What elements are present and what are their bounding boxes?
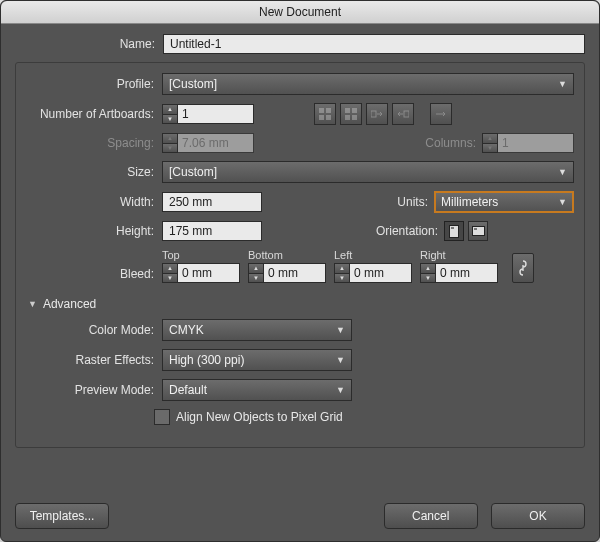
stepper-up-icon[interactable]: ▲ [420,263,436,274]
artboards-stepper[interactable]: ▲ ▼ [162,104,254,124]
new-document-dialog: New Document Name: Profile: [Custom] ▼ N… [0,0,600,542]
svg-rect-1 [326,108,331,113]
profile-label: Profile: [26,77,162,91]
advanced-toggle[interactable]: ▼ Advanced [28,297,574,311]
bleed-left-input[interactable] [350,263,412,283]
svg-rect-11 [451,227,454,229]
chevron-down-icon: ▼ [336,325,345,335]
stepper-down-icon[interactable]: ▼ [162,274,178,284]
bleed-left-label: Left [334,249,412,261]
preview-mode-select[interactable]: Default ▼ [162,379,352,401]
svg-rect-7 [352,115,357,120]
svg-rect-8 [371,111,376,117]
templates-button[interactable]: Templates... [15,503,109,529]
direction-toggle-icon[interactable] [430,103,452,125]
artboards-input[interactable] [178,104,254,124]
stepper-up-icon[interactable]: ▲ [162,104,178,115]
bleed-top-input[interactable] [178,263,240,283]
name-label: Name: [15,37,163,51]
link-bleed-icon[interactable] [512,253,534,283]
name-input[interactable] [163,34,585,54]
chevron-down-icon: ▼ [558,79,567,89]
svg-rect-3 [326,115,331,120]
bleed-bottom-label: Bottom [248,249,326,261]
chevron-down-icon: ▼ [336,355,345,365]
bleed-right-stepper[interactable]: ▲▼ [420,263,498,283]
chevron-down-icon: ▼ [558,197,567,207]
width-input[interactable] [162,192,262,212]
color-mode-select[interactable]: CMYK ▼ [162,319,352,341]
bleed-bottom-input[interactable] [264,263,326,283]
stepper-down-icon: ▼ [482,144,498,154]
units-label: Units: [397,195,434,209]
bleed-top-stepper[interactable]: ▲▼ [162,263,240,283]
bleed-label: Bleed: [26,267,162,283]
profile-select[interactable]: [Custom] ▼ [162,73,574,95]
svg-rect-5 [345,115,350,120]
dialog-footer: Templates... Cancel OK [1,493,599,541]
stepper-down-icon: ▼ [162,144,178,154]
columns-input [498,133,574,153]
svg-rect-2 [319,115,324,120]
units-value: Millimeters [441,195,498,209]
orientation-label: Orientation: [376,224,444,238]
dialog-title: New Document [1,1,599,24]
arrangement-icons [314,103,452,125]
stepper-down-icon[interactable]: ▼ [248,274,264,284]
size-label: Size: [26,165,162,179]
bleed-left-stepper[interactable]: ▲▼ [334,263,412,283]
advanced-label: Advanced [43,297,96,311]
grid-by-row-icon[interactable] [314,103,336,125]
spacing-input [178,133,254,153]
bleed-top-label: Top [162,249,240,261]
svg-rect-13 [474,228,477,230]
orientation-portrait-icon[interactable] [444,221,464,241]
columns-label: Columns: [425,136,482,150]
stepper-up-icon: ▲ [162,133,178,144]
settings-frame: Profile: [Custom] ▼ Number of Artboards:… [15,62,585,448]
chevron-down-icon: ▼ [558,167,567,177]
raster-effects-label: Raster Effects: [26,353,162,367]
raster-effects-value: High (300 ppi) [169,353,244,367]
raster-effects-select[interactable]: High (300 ppi) ▼ [162,349,352,371]
cancel-button[interactable]: Cancel [384,503,478,529]
height-label: Height: [26,224,162,238]
height-input[interactable] [162,221,262,241]
svg-rect-9 [404,111,409,117]
size-select[interactable]: [Custom] ▼ [162,161,574,183]
artboards-label: Number of Artboards: [26,107,162,121]
align-pixel-grid-label: Align New Objects to Pixel Grid [176,410,343,424]
row-rtl-icon[interactable] [392,103,414,125]
svg-rect-12 [472,227,484,236]
grid-by-column-icon[interactable] [340,103,362,125]
color-mode-label: Color Mode: [26,323,162,337]
width-label: Width: [26,195,162,209]
svg-rect-0 [319,108,324,113]
stepper-up-icon[interactable]: ▲ [334,263,350,274]
preview-mode-value: Default [169,383,207,397]
disclosure-down-icon: ▼ [28,299,37,309]
color-mode-value: CMYK [169,323,204,337]
row-ltr-icon[interactable] [366,103,388,125]
units-select[interactable]: Millimeters ▼ [434,191,574,213]
bleed-bottom-stepper[interactable]: ▲▼ [248,263,326,283]
chevron-down-icon: ▼ [336,385,345,395]
spacing-label: Spacing: [26,136,162,150]
ok-button[interactable]: OK [491,503,585,529]
orientation-landscape-icon[interactable] [468,221,488,241]
stepper-up-icon: ▲ [482,133,498,144]
stepper-down-icon[interactable]: ▼ [334,274,350,284]
stepper-down-icon[interactable]: ▼ [420,274,436,284]
align-pixel-grid-checkbox[interactable] [154,409,170,425]
size-value: [Custom] [169,165,217,179]
bleed-right-input[interactable] [436,263,498,283]
svg-rect-6 [352,108,357,113]
stepper-up-icon[interactable]: ▲ [248,263,264,274]
stepper-down-icon[interactable]: ▼ [162,115,178,125]
svg-rect-4 [345,108,350,113]
preview-mode-label: Preview Mode: [26,383,162,397]
profile-value: [Custom] [169,77,217,91]
spacing-stepper: ▲ ▼ [162,133,254,153]
stepper-up-icon[interactable]: ▲ [162,263,178,274]
columns-stepper: ▲ ▼ [482,133,574,153]
